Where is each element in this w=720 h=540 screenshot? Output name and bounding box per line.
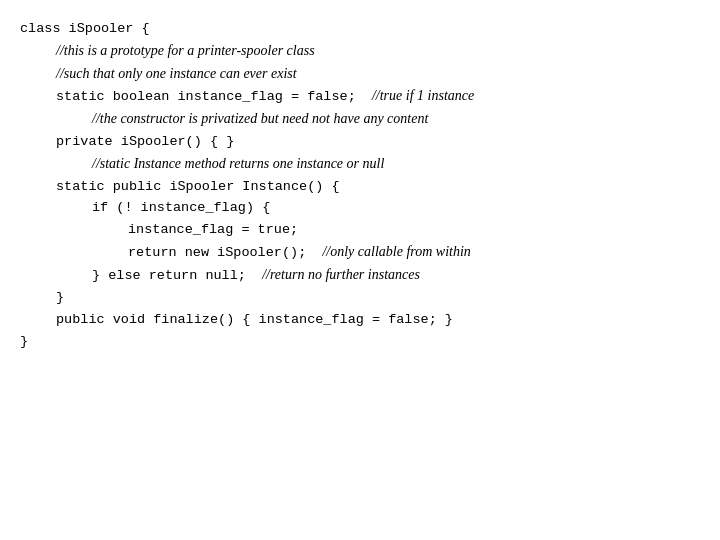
code-text: static public iSpooler Instance() {	[56, 179, 340, 194]
code-line-9: if (! instance_flag) {	[20, 197, 700, 219]
code-line-14: public void finalize() { instance_flag =…	[20, 309, 700, 331]
code-line-3: //such that only one instance can ever e…	[20, 63, 700, 86]
code-text: }	[20, 334, 28, 349]
code-line-5: //the constructor is privatized but need…	[20, 108, 700, 131]
comment-text: //true if 1 instance	[372, 88, 474, 103]
code-line-10: instance_flag = true;	[20, 219, 700, 241]
code-line-4: static boolean instance_flag = false; //…	[20, 85, 700, 108]
code-line-8: static public iSpooler Instance() {	[20, 176, 700, 198]
code-text: class iSpooler {	[20, 21, 150, 36]
comment-text-cont: method returns one instance or null	[181, 156, 384, 171]
comment-text: //the constructor is privatized but need…	[92, 111, 428, 126]
comment-text: //static	[92, 156, 134, 171]
code-text: }	[56, 290, 64, 305]
comment-text: //return no further instances	[262, 267, 420, 282]
code-line-1: class iSpooler {	[20, 18, 700, 40]
code-text: public void finalize() { instance_flag =…	[56, 312, 453, 327]
comment-text: //only callable from within	[322, 244, 470, 259]
code-line-15: }	[20, 331, 700, 353]
code-text: instance_flag = true;	[128, 222, 298, 237]
code-text: } else return null;	[92, 268, 262, 283]
code-viewer: class iSpooler { //this is a prototype f…	[0, 0, 720, 540]
code-text: static boolean instance_flag = false;	[56, 89, 372, 104]
code-text: if (! instance_flag) {	[92, 200, 270, 215]
code-line-2: //this is a prototype for a printer-spoo…	[20, 40, 700, 63]
code-line-12: } else return null; //return no further …	[20, 264, 700, 287]
code-line-7: //static Instance method returns one ins…	[20, 153, 700, 176]
comment-text: //this is a prototype for a printer-spoo…	[56, 43, 315, 58]
code-text: private iSpooler() { }	[56, 134, 234, 149]
code-line-13: }	[20, 287, 700, 309]
comment-text: //such that only one instance can ever e…	[56, 66, 297, 81]
code-line-6: private iSpooler() { }	[20, 131, 700, 153]
instance-word: Instance	[134, 156, 181, 171]
code-line-11: return new iSpooler(); //only callable f…	[20, 241, 700, 264]
code-text: return new iSpooler();	[128, 245, 322, 260]
